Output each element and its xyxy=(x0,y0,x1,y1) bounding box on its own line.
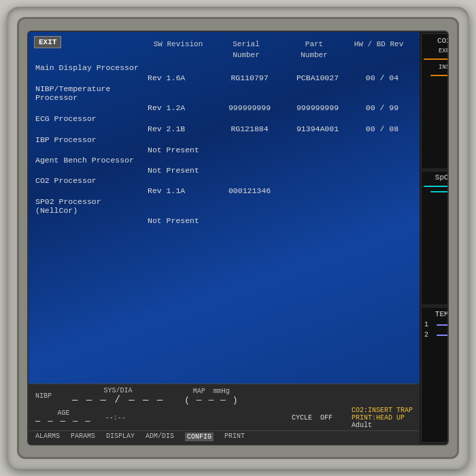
info-table: SW Revision Serial Part HW / BD Rev Numb… xyxy=(29,35,420,226)
spo2-line xyxy=(424,186,449,187)
bottom-top-row: NIBP SYS/DIA — — — / — — — MAP mmHg ( — … xyxy=(29,384,420,405)
column-headers: SW Revision Serial Part HW / BD Rev xyxy=(35,40,413,48)
co2-ins-line xyxy=(430,75,449,76)
table-row: Rev 1.1A 000121346 xyxy=(35,186,413,195)
monitor-bezel: EXIT SW Revision Serial Part HW / BD Rev… xyxy=(17,17,459,459)
agent-not-present: Not Present xyxy=(35,166,413,175)
ibp-not-present: Not Present xyxy=(35,146,413,154)
main-screen: EXIT SW Revision Serial Part HW / BD Rev… xyxy=(29,32,420,444)
temp-line-1 xyxy=(437,324,449,326)
table-row: Rev 1.6A RG110797 PCBA10027 00 / 04 xyxy=(35,73,413,82)
column-sub-headers: Number Number xyxy=(35,51,413,59)
table-row: Main Display Processor xyxy=(35,63,413,72)
nibp-section: NIBP xyxy=(35,392,52,400)
screen-wrapper: EXIT SW Revision Serial Part HW / BD Rev… xyxy=(27,31,449,445)
menu-config[interactable]: CONFIG xyxy=(185,432,214,441)
right-panels: CO2 EXP INS SpO2 TEMP 1 xyxy=(420,32,449,444)
table-row: ECG Processor xyxy=(35,114,413,123)
temp-row-2: 2 xyxy=(424,331,449,339)
sys-dia-section: SYS/DIA — — — / — — — xyxy=(72,387,164,405)
serial-number-header: Serial xyxy=(212,40,280,48)
spo2-panel: SpO2 xyxy=(421,171,449,305)
bottom-bar: NIBP SYS/DIA — — — / — — — MAP mmHg ( — … xyxy=(29,384,420,444)
table-row: IBP Processor xyxy=(35,135,413,144)
age-section: AGE — — — — — xyxy=(35,409,92,426)
bottom-menu-row: ALARMS PARAMS DISPLAY ADM/DIS CONFIG PRI… xyxy=(29,430,420,444)
temp-line-2 xyxy=(437,335,449,336)
co2-messages: CO2:INSERT TRAP PRINT:HEAD UP Adult xyxy=(352,407,413,429)
menu-alarms[interactable]: ALARMS xyxy=(35,432,60,441)
menu-params[interactable]: PARAMS xyxy=(71,432,95,441)
table-row: NIBP/Temperature Processor xyxy=(35,84,413,102)
spo2-line2 xyxy=(430,191,449,192)
bottom-second-row: AGE — — — — — --:-- CYCLE OFF CO2:INSERT… xyxy=(29,405,420,430)
part-number-header: Part xyxy=(280,40,348,48)
table-row: SP02 Processor (NellCor) xyxy=(35,197,413,215)
spo2-not-present: Not Present xyxy=(35,216,413,225)
time-display: --:-- xyxy=(105,414,126,422)
table-row: Rev 2.1B RG121884 91394A001 00 / 08 xyxy=(35,124,413,133)
temp-panel: TEMP 1 2 xyxy=(421,307,449,443)
sw-revision-header: SW Revision xyxy=(144,40,212,48)
table-row: Agent Bench Processor xyxy=(35,156,413,165)
temp-row-1: 1 xyxy=(424,321,449,328)
table-row: CO2 Processor xyxy=(35,176,413,185)
co2-exp-line xyxy=(424,58,449,60)
monitor-outer: EXIT SW Revision Serial Part HW / BD Rev… xyxy=(7,7,469,469)
cycle-section: CYCLE OFF xyxy=(292,414,333,422)
exit-button[interactable]: EXIT xyxy=(34,36,61,48)
hw-bd-rev-header: HW / BD Rev xyxy=(348,40,409,48)
map-section: MAP mmHg ( — — — ) xyxy=(184,388,238,405)
menu-print[interactable]: PRINT xyxy=(224,432,245,441)
table-row: Rev 1.2A 999999999 999999999 00 / 99 xyxy=(35,103,413,112)
co2-panel: CO2 EXP INS xyxy=(421,33,449,169)
menu-display[interactable]: DISPLAY xyxy=(106,432,135,441)
menu-adm-dis[interactable]: ADM/DIS xyxy=(146,432,174,441)
